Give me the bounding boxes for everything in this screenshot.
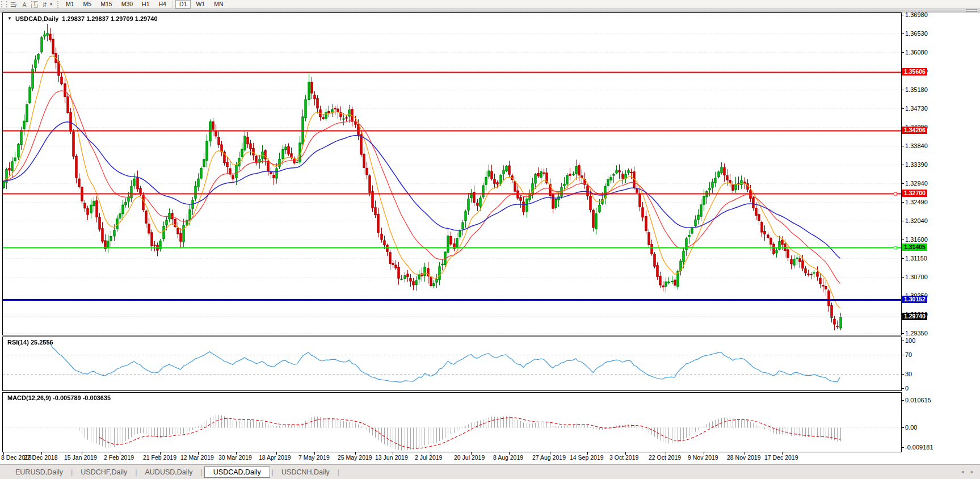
price-tick: 1.33840 [905,142,928,150]
price-chart-canvas[interactable] [3,13,901,335]
price-tick: 1.32490 [905,199,928,206]
chart-tab-audusd[interactable]: AUDUSD,Daily [138,467,200,477]
macd-tick: -0.009181 [905,444,933,451]
chart-tab-eurusd[interactable]: EURUSD,Daily [8,467,70,477]
date-label: 12 Mar 2019 [180,454,214,461]
price-tick: 1.36530 [905,30,928,37]
hline-price-label: 1.35606 [902,68,927,75]
price-tick-tick [902,165,904,165]
date-label: 25 May 2019 [338,454,372,461]
timeframe-button-m15[interactable]: M15 [96,0,116,9]
chart-ohlc-values: 1.29837 1.29837 1.29709 1.29740 [62,15,157,22]
timeframe-button-w1[interactable]: W1 [192,0,209,9]
chart-title: ▼USDCAD,Daily1.29837 1.29837 1.29709 1.2… [7,15,158,22]
chart-tab-usdcnh[interactable]: USDCNH,Daily [274,467,337,477]
tabs-scroll-left-icon[interactable]: ◂ [961,469,964,474]
chart-tabs: EURUSD,Daily|USDCHF,Daily|AUDUSD,Daily|U… [8,467,340,478]
toolbar-separator [57,1,58,8]
rsi-tick: 30 [905,371,912,378]
date-label: 2 Feb 2019 [104,454,134,461]
timeframe-button-h4[interactable]: H4 [155,0,170,9]
arrows-tool-icon[interactable]: ⇵ [40,1,50,9]
chart-collapse-icon[interactable]: ▼ [7,16,12,21]
rsi-tick-tick [902,388,904,389]
price-tick: 1.31600 [905,236,928,243]
chart-tab-usdcad[interactable]: USDCAD,Daily [204,467,270,478]
rsi-tick: 70 [905,351,912,359]
rsi-tick: 100 [905,337,915,344]
rsi-tick-tick [902,355,904,355]
price-tick: 1.33390 [905,161,928,169]
tabs-scroll-right-icon[interactable]: ▸ [971,469,974,474]
date-label: 13 Jun 2019 [375,454,408,461]
timeframe-button-h1[interactable]: H1 [138,0,153,9]
price-tick-tick [902,277,904,278]
date-label: 18 Apr 2019 [259,454,291,461]
macd-tick: 0.010615 [905,397,931,404]
price-tick: 1.36980 [905,11,928,19]
timeframe-button-m1[interactable]: M1 [62,0,78,9]
price-tick-tick [902,221,904,221]
macd-tick: 0.00 [905,424,917,431]
price-tick-tick [902,183,904,184]
hline-price-label: 1.32700 [902,190,927,197]
hline-price-label: 1.31405 [902,243,927,251]
price-tick: 1.34730 [905,105,928,112]
timeframe-button-mn[interactable]: MN [210,0,227,9]
date-label: 17 Dec 2019 [764,454,798,461]
fibonacci-tool-icon[interactable]: ☰F [9,1,19,9]
chart-symbol-period: USDCAD,Daily [15,15,58,22]
macd-canvas[interactable] [3,393,901,452]
rsi-tick-tick [902,341,904,341]
timeframe-button-d1[interactable]: D1 [175,0,191,9]
rsi-tick-tick [902,374,904,375]
tab-separator: | [200,468,203,476]
price-tick: 1.32040 [905,217,928,225]
hline-price-label: 1.30152 [902,296,927,303]
price-tick-tick [902,258,904,259]
macd-tick-tick [902,427,904,428]
date-label: 15 Jan 2019 [64,454,97,461]
price-tick-tick [902,146,904,146]
label-tool-icon[interactable]: T [30,1,40,9]
timeframe-button-m30[interactable]: M30 [117,0,137,9]
rsi-tick: 0 [905,385,909,392]
timeframes-toolbar: M1M5M15M30H1H4D1W1MN [61,0,228,9]
rsi-canvas[interactable] [3,337,901,390]
mt4-terminal-window: { "toolbar": { "tools": [ {"id": "fibona… [0,0,980,479]
rsi-label: RSI(14) 25.2556 [7,339,53,346]
date-label: 21 Feb 2019 [143,454,176,461]
date-label: 7 May 2019 [298,454,330,461]
price-tick: 1.29350 [905,330,928,337]
price-tick: 1.35180 [905,86,928,94]
tab-separator: | [337,468,340,476]
date-label: 14 Sep 2019 [570,454,604,461]
date-label: 30 Mar 2019 [218,454,252,461]
price-tick: 1.36080 [905,49,928,56]
price-chart-panel: ▼USDCAD,Daily1.29837 1.29837 1.29709 1.2… [2,12,902,335]
date-label: 9 Nov 2019 [688,454,718,461]
macd-tick-tick [902,447,904,448]
price-tick: 1.30700 [905,274,928,281]
date-label: 27 Dec 2018 [24,454,58,461]
chart-tab-usdchf[interactable]: USDCHF,Daily [73,467,134,477]
price-tick-tick [902,108,904,109]
text-tool-icon[interactable]: A [19,1,30,9]
line-studies-toolbar: ☰FAT⇵ [9,1,50,9]
chart-scrollbar-thumb[interactable] [966,9,977,12]
date-label: 8 Aug 2019 [493,454,523,461]
macd-label: MACD(12,26,9) -0.005789 -0.003635 [7,394,111,401]
rsi-indicator-panel: RSI(14) 25.2556 [2,337,902,391]
chart-scrollbar[interactable] [0,9,980,12]
price-tick: 1.31150 [905,255,927,262]
macd-indicator-panel: MACD(12,26,9) -0.005789 -0.003635 [2,392,902,452]
macd-tick-tick [902,400,904,401]
price-tick-tick [902,202,904,203]
timeframe-button-m5[interactable]: M5 [79,0,96,9]
price-tick-tick [902,239,904,240]
toolbar-grip[interactable] [1,1,7,7]
arrows-dropdown-caret[interactable]: ▾ [50,2,52,7]
date-label: 22 Oct 2019 [649,454,681,461]
price-tick: 1.32940 [905,180,928,187]
date-label: 2 Jul 2019 [415,454,442,461]
